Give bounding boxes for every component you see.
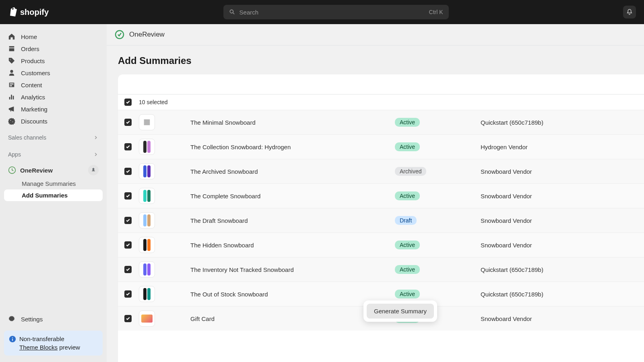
search-placeholder: Search bbox=[239, 9, 425, 16]
app-header: OneReview bbox=[107, 24, 644, 45]
product-thumbnail bbox=[139, 237, 155, 253]
section-apps[interactable]: Apps bbox=[4, 148, 103, 161]
notifications-button[interactable] bbox=[623, 6, 636, 19]
row-checkbox[interactable] bbox=[124, 192, 132, 200]
section-sales-channels[interactable]: Sales channels bbox=[4, 131, 103, 144]
product-thumbnail bbox=[139, 188, 155, 204]
check-icon bbox=[126, 243, 130, 247]
info-icon bbox=[9, 335, 16, 343]
product-thumbnail bbox=[139, 311, 155, 327]
product-status: Draft bbox=[395, 216, 473, 225]
analytics-icon bbox=[8, 93, 15, 101]
table-row[interactable]: The Archived SnowboardArchivedSnowboard … bbox=[118, 159, 644, 183]
app-header-title: OneReview bbox=[129, 31, 165, 39]
product-status: Archived bbox=[395, 167, 473, 176]
product-thumbnail bbox=[139, 163, 155, 179]
product-thumbnail bbox=[139, 261, 155, 278]
check-icon bbox=[126, 292, 130, 296]
product-name: The Complete Snowboard bbox=[162, 193, 388, 200]
generate-summary-button[interactable]: Generate Summary bbox=[367, 304, 434, 319]
product-name: The Draft Snowboard bbox=[162, 217, 388, 224]
table-row[interactable]: The Minimal SnowboardActiveQuickstart (6… bbox=[118, 110, 644, 134]
table-row[interactable]: The Collection Snowboard: HydrogenActive… bbox=[118, 134, 644, 159]
nav-marketing[interactable]: Marketing bbox=[4, 103, 103, 115]
nav-discounts[interactable]: Discounts bbox=[4, 115, 103, 127]
check-icon bbox=[126, 267, 130, 272]
product-name: The Minimal Snowboard bbox=[162, 119, 388, 126]
nav-orders[interactable]: Orders bbox=[4, 43, 103, 55]
product-vendor: Quickstart (650c7189b) bbox=[481, 266, 543, 273]
gear-icon bbox=[8, 315, 15, 323]
product-thumbnail bbox=[139, 286, 155, 302]
nav-content[interactable]: Content bbox=[4, 79, 103, 91]
status-badge: Draft bbox=[395, 216, 417, 225]
product-name: The Archived Snowboard bbox=[162, 168, 388, 175]
product-name: The Collection Snowboard: Hydrogen bbox=[162, 144, 388, 150]
product-status: Active bbox=[395, 265, 473, 274]
nav-settings[interactable]: Settings bbox=[4, 313, 103, 325]
discount-icon bbox=[8, 117, 15, 125]
table-header-blank bbox=[118, 74, 644, 95]
product-status: Active bbox=[395, 241, 473, 249]
status-badge: Active bbox=[395, 265, 420, 274]
product-vendor: Snowboard Vendor bbox=[481, 217, 532, 224]
table-row[interactable]: The Complete SnowboardActiveSnowboard Ve… bbox=[118, 183, 644, 208]
product-name: The Out of Stock Snowboard bbox=[162, 291, 388, 298]
marketing-icon bbox=[8, 105, 15, 113]
row-checkbox[interactable] bbox=[124, 315, 132, 322]
row-checkbox[interactable] bbox=[124, 217, 132, 224]
search-icon bbox=[229, 9, 235, 15]
status-badge: Archived bbox=[395, 167, 426, 176]
product-status: Active bbox=[395, 290, 473, 298]
brand-logo[interactable]: shopify bbox=[8, 7, 49, 17]
sidebar-app-onereview[interactable]: OneReview bbox=[4, 162, 103, 178]
row-checkbox[interactable] bbox=[124, 241, 132, 249]
nav-home[interactable]: Home bbox=[4, 31, 103, 43]
check-icon bbox=[126, 169, 130, 174]
check-icon bbox=[126, 218, 130, 223]
select-all-checkbox[interactable] bbox=[124, 99, 132, 106]
person-icon bbox=[8, 69, 15, 76]
topbar: shopify Search Ctrl K bbox=[0, 0, 644, 24]
nav-products[interactable]: Products bbox=[4, 55, 103, 67]
row-checkbox[interactable] bbox=[124, 266, 132, 273]
product-thumbnail bbox=[139, 212, 155, 228]
table-row[interactable]: The Draft SnowboardDraftSnowboard Vendor bbox=[118, 208, 644, 232]
bell-icon bbox=[626, 8, 633, 16]
table-rows: The Minimal SnowboardActiveQuickstart (6… bbox=[118, 110, 644, 362]
status-badge: Active bbox=[395, 241, 420, 249]
row-checkbox[interactable] bbox=[124, 290, 132, 298]
check-icon bbox=[126, 100, 130, 105]
subnav-manage-summaries[interactable]: Manage Summaries bbox=[4, 178, 103, 189]
row-checkbox[interactable] bbox=[124, 168, 132, 175]
product-vendor: Quickstart (650c7189b) bbox=[481, 119, 543, 126]
product-vendor: Snowboard Vendor bbox=[481, 242, 532, 249]
notice-text: Non-transferable Theme Blocks preview bbox=[19, 335, 80, 352]
sidebar: Home Orders Products Customers Content A… bbox=[0, 24, 107, 362]
brand-text: shopify bbox=[20, 8, 49, 17]
topbar-right bbox=[623, 6, 636, 19]
generate-summary-popover: Generate Summary bbox=[363, 300, 437, 322]
main: OneReview Add Summaries 10 selected The … bbox=[107, 24, 644, 362]
pin-button[interactable] bbox=[88, 165, 99, 175]
table-row[interactable]: The Hidden SnowboardActiveSnowboard Vend… bbox=[118, 232, 644, 257]
pin-icon bbox=[91, 167, 96, 173]
product-thumbnail bbox=[139, 114, 155, 130]
home-icon bbox=[8, 33, 15, 40]
product-vendor: Snowboard Vendor bbox=[481, 315, 532, 322]
notice-box: Non-transferable Theme Blocks preview bbox=[4, 331, 103, 356]
subnav-add-summaries[interactable]: Add Summaries bbox=[4, 189, 103, 201]
nav-customers[interactable]: Customers bbox=[4, 67, 103, 79]
search-input[interactable]: Search Ctrl K bbox=[223, 5, 449, 19]
nav-analytics[interactable]: Analytics bbox=[4, 91, 103, 103]
check-icon bbox=[126, 193, 130, 198]
check-icon bbox=[126, 316, 130, 321]
status-badge: Active bbox=[395, 191, 420, 200]
row-checkbox[interactable] bbox=[124, 143, 132, 150]
row-checkbox[interactable] bbox=[124, 119, 132, 126]
selection-count: 10 selected bbox=[139, 99, 168, 105]
table-row[interactable]: The Inventory Not Tracked SnowboardActiv… bbox=[118, 257, 644, 282]
nav-list: Home Orders Products Customers Content A… bbox=[4, 31, 103, 127]
search-container: Search Ctrl K bbox=[49, 5, 623, 19]
notice-link[interactable]: Theme Blocks bbox=[19, 344, 58, 351]
